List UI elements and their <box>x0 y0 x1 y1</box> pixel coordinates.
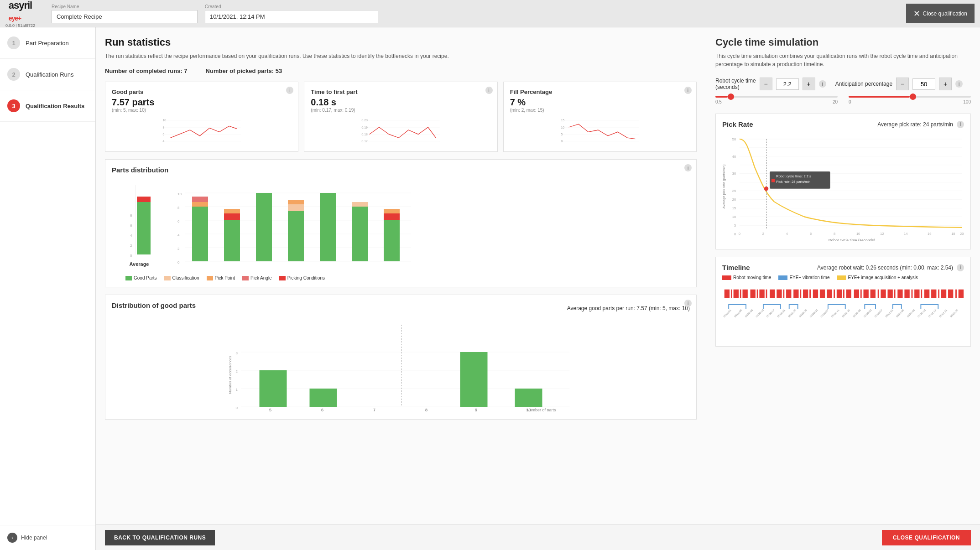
svg-text:00:00:29: 00:00:29 <box>798 309 808 318</box>
good-parts-info-icon[interactable]: i <box>286 87 293 94</box>
svg-rect-162 <box>955 290 957 298</box>
svg-text:00:00:57: 00:00:57 <box>874 309 883 318</box>
svg-text:10: 10 <box>177 192 182 196</box>
svg-rect-140 <box>834 290 835 298</box>
svg-rect-121 <box>731 290 732 298</box>
svg-rect-136 <box>809 290 811 298</box>
svg-rect-52 <box>288 204 304 211</box>
timeline-legend: Robot moving time EYE+ vibration time EY… <box>722 275 964 280</box>
parts-dist-chart: 0 2 4 6 8 10 <box>174 179 411 270</box>
svg-rect-155 <box>914 290 919 298</box>
svg-rect-144 <box>854 290 859 298</box>
average-label: Average <box>129 261 149 267</box>
anticipation-input[interactable] <box>912 78 935 90</box>
anticipation-slider-track[interactable] <box>849 96 971 98</box>
robot-cycle-slider-thumb[interactable] <box>728 93 734 100</box>
parts-dist-info-icon[interactable]: i <box>684 164 692 171</box>
robot-cycle-minus-button[interactable]: − <box>760 78 772 90</box>
robot-cycle-slider-fill <box>715 96 728 98</box>
svg-rect-31 <box>137 197 151 202</box>
svg-rect-134 <box>800 290 801 298</box>
svg-text:4: 4 <box>130 233 132 238</box>
robot-cycle-info-icon[interactable]: i <box>819 80 826 88</box>
svg-text:2: 2 <box>177 247 180 251</box>
svg-text:40: 40 <box>732 155 736 159</box>
svg-rect-149 <box>881 290 886 298</box>
svg-text:0: 0 <box>236 406 238 410</box>
svg-text:18: 18 <box>951 232 955 236</box>
legend-robot-moving-color <box>722 275 731 280</box>
recipe-name-field: Recipe Name <box>52 4 198 23</box>
svg-rect-48 <box>224 213 240 220</box>
robot-cycle-input[interactable] <box>776 78 799 90</box>
svg-text:5: 5 <box>561 133 563 136</box>
svg-rect-124 <box>742 290 747 298</box>
svg-text:2: 2 <box>762 232 764 236</box>
pick-rate-section: Pick Rate Average pick rate: 24 parts/mi… <box>715 114 971 249</box>
svg-text:00:00:25: 00:00:25 <box>787 309 797 318</box>
svg-rect-158 <box>931 290 936 298</box>
right-panel: Cycle time simulation This cycle time si… <box>706 27 980 524</box>
svg-rect-56 <box>352 202 368 207</box>
cycle-time-desc: This cycle time simulation combines your… <box>715 52 971 68</box>
svg-text:14: 14 <box>904 232 907 236</box>
timeline-subtitle: Average robot wait: 0.26 seconds (min: 0… <box>817 265 953 271</box>
time-first-part-info-icon[interactable]: i <box>485 87 493 94</box>
sidebar-item-qualification-results[interactable]: 3 Qualification Results <box>0 90 95 122</box>
robot-cycle-slider-track[interactable] <box>715 96 838 98</box>
svg-rect-50 <box>256 193 272 261</box>
back-to-qualification-runs-button[interactable]: BACK TO QUALIFICATION RUNS <box>105 530 215 545</box>
header: asyrileye+ 0.0.0 | 51a8f722 Recipe Name … <box>0 0 980 27</box>
robot-cycle-plus-button[interactable]: + <box>803 78 815 90</box>
close-qualification-bottom-button[interactable]: CLOSE QUALIFICATION <box>882 530 971 545</box>
svg-text:0.18: 0.18 <box>362 133 368 136</box>
controls-row: Robot cycle time(seconds) − + i Anticipa… <box>715 78 971 90</box>
cycle-time-title: Cycle time simulation <box>715 36 971 48</box>
svg-text:Robot cycle time: 2.2 s: Robot cycle time: 2.2 s <box>776 174 811 178</box>
svg-rect-123 <box>740 290 741 298</box>
svg-text:10: 10 <box>732 215 736 219</box>
svg-text:20: 20 <box>960 232 964 236</box>
svg-rect-153 <box>904 290 909 298</box>
legend-picking-conditions-color <box>279 276 286 280</box>
hide-panel-button[interactable]: ‹ Hide panel <box>0 525 95 550</box>
svg-text:00:00:09: 00:00:09 <box>745 309 754 318</box>
time-first-part-value: 0.18 s <box>311 97 490 108</box>
svg-text:20: 20 <box>732 197 736 202</box>
stats-summary: Number of completed runs: 7 Number of pi… <box>105 67 697 74</box>
anticipation-info-icon[interactable]: i <box>955 80 963 88</box>
legend-classification: Classification <box>164 275 199 280</box>
svg-text:0: 0 <box>734 232 736 236</box>
anticipation-slider-thumb[interactable] <box>910 93 916 100</box>
good-parts-card: i Good parts 7.57 parts (min: 5, max: 10… <box>105 82 298 152</box>
svg-text:4: 4 <box>177 233 180 237</box>
svg-rect-47 <box>224 220 240 261</box>
fill-percentage-value: 7 % <box>510 97 690 108</box>
step-1-number: 1 <box>7 36 20 49</box>
close-qualification-button[interactable]: ✕ Close qualification <box>906 4 975 23</box>
timeline-info-icon[interactable]: i <box>957 264 964 271</box>
svg-text:4: 4 <box>162 140 164 143</box>
legend-good-parts: Good Parts <box>125 275 157 280</box>
anticipation-control: Anticipation percentage − + i <box>835 78 963 90</box>
anticipation-plus-button[interactable]: + <box>939 78 952 90</box>
timeline-section: Timeline Average robot wait: 0.26 second… <box>715 257 971 347</box>
fill-percentage-info-icon[interactable]: i <box>684 87 692 94</box>
good-parts-dist-subtitle: Average good parts per run: 7.57 (min: 5… <box>567 305 690 311</box>
pick-rate-info-icon[interactable]: i <box>957 121 964 128</box>
good-parts-dist-info-icon[interactable]: i <box>684 300 692 307</box>
sidebar-item-part-preparation[interactable]: 1 Part Preparation <box>0 27 95 59</box>
svg-text:00:00:37: 00:00:37 <box>820 309 829 318</box>
svg-rect-54 <box>320 193 336 261</box>
recipe-name-input[interactable] <box>52 10 198 23</box>
anticipation-slider-fill <box>849 96 910 98</box>
picked-parts-label: Number of picked parts: 53 <box>206 67 282 74</box>
svg-rect-72 <box>515 389 542 407</box>
created-input[interactable] <box>205 10 378 23</box>
svg-rect-58 <box>384 213 400 220</box>
svg-text:8: 8 <box>177 206 180 210</box>
good-parts-chart: 10 8 6 4 <box>112 116 292 144</box>
anticipation-minus-button[interactable]: − <box>896 78 909 90</box>
svg-text:0: 0 <box>130 254 132 258</box>
sidebar-item-qualification-runs[interactable]: 2 Qualification Runs <box>0 59 95 90</box>
